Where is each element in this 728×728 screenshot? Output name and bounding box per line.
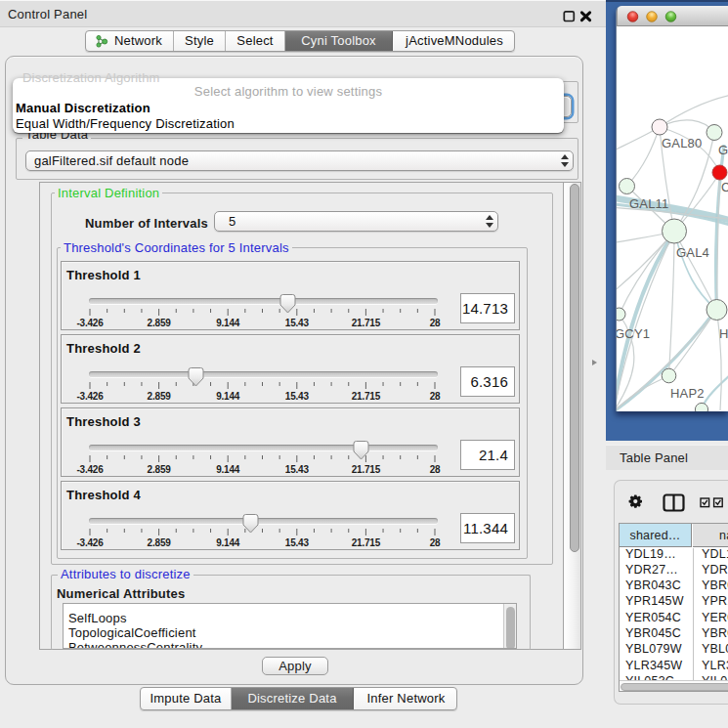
svg-text:GAL80: GAL80 — [662, 136, 702, 150]
svg-text:H: H — [719, 326, 728, 341]
svg-text:C: C — [721, 180, 728, 194]
svg-text:HAP2: HAP2 — [670, 386, 705, 401]
svg-text:GA: GA — [718, 143, 728, 157]
svg-text:GAL4: GAL4 — [676, 245, 709, 260]
svg-text:GAL11: GAL11 — [629, 196, 669, 211]
svg-text:GCY1: GCY1 — [617, 326, 650, 341]
